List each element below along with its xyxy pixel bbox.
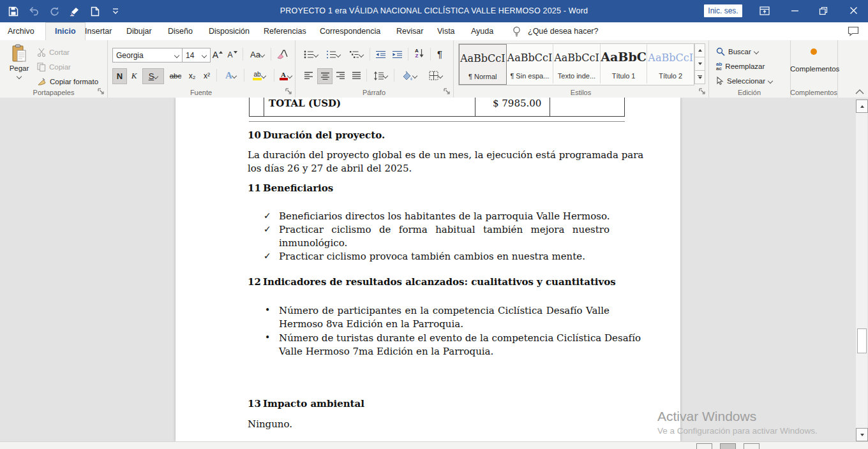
sort-button[interactable]: A Z — [411, 46, 428, 61]
replace-button[interactable]: ab ac Reemplazar — [716, 61, 765, 72]
scrollbar-thumb[interactable] — [857, 328, 867, 353]
heading-number: 11 — [248, 182, 263, 194]
justify-button[interactable] — [349, 68, 363, 83]
table-border — [249, 98, 250, 116]
document-canvas[interactable]: TOTAL (USD) $ 7985.00 10Duración del pro… — [0, 98, 868, 441]
tab-referencias[interactable]: Referencias — [264, 22, 306, 40]
sign-in-button[interactable]: Inic. ses. — [704, 4, 742, 17]
paste-dropdown-icon[interactable] — [17, 74, 22, 79]
highlight-button[interactable]: ab — [246, 68, 272, 83]
font-color-button[interactable]: A — [276, 68, 295, 83]
select-button[interactable]: Seleccionar — [716, 75, 772, 87]
italic-button[interactable]: K — [128, 68, 140, 83]
font-size-dropdown-icon[interactable] — [202, 52, 207, 57]
tab-revisar[interactable]: Revisar — [396, 22, 423, 40]
tell-me-box[interactable]: ¿Qué desea hacer? — [528, 22, 599, 40]
table-border — [475, 98, 475, 116]
tab-vista[interactable]: Vista — [437, 22, 455, 40]
increase-indent-button[interactable] — [389, 47, 405, 62]
bold-button[interactable]: N — [112, 68, 127, 84]
tab-correspondencia[interactable]: Correspondencia — [320, 22, 380, 40]
line-spacing-button[interactable] — [370, 68, 391, 83]
minimize-icon[interactable] — [784, 0, 805, 21]
tab-insertar[interactable]: Insertar — [85, 22, 112, 40]
align-center-button[interactable] — [317, 68, 333, 84]
borders-dropdown-icon[interactable] — [437, 73, 442, 78]
styles-more-button[interactable] — [694, 71, 705, 84]
shading-dropdown-icon[interactable] — [412, 73, 417, 78]
subscript-button[interactable]: x₂ — [185, 68, 199, 83]
tab-archivo[interactable]: Archivo — [8, 22, 34, 40]
table-border — [550, 98, 550, 116]
text-effects-button[interactable]: A — [220, 68, 241, 83]
show-formatting-button[interactable]: ¶ — [433, 47, 447, 61]
pilcrow-icon: ¶ — [437, 48, 442, 59]
font-size-combo[interactable]: 14 — [182, 48, 211, 63]
tab-disposicion[interactable]: Disposición — [209, 22, 250, 40]
styles-scroll-down-button[interactable] — [694, 57, 705, 71]
lightbulb-icon — [512, 26, 521, 37]
style-no-spacing[interactable]: AaBbCcI ¶ Sin espa... — [507, 44, 554, 84]
style-indent-text[interactable]: AaBbCcI Texto inde... — [553, 44, 601, 84]
format-painter-button[interactable]: Copiar formato — [37, 76, 98, 87]
align-right-button[interactable] — [333, 68, 347, 83]
scroll-down-button[interactable] — [856, 428, 868, 441]
line-spacing-dropdown-icon[interactable] — [382, 73, 387, 78]
read-mode-view-button[interactable] — [696, 443, 712, 449]
superscript-button[interactable]: x² — [200, 68, 214, 83]
borders-button[interactable] — [423, 68, 447, 83]
table-border — [249, 116, 625, 117]
ribbon-display-options-icon[interactable] — [754, 0, 775, 21]
table-border — [624, 98, 625, 116]
paste-button[interactable]: Pegar — [5, 43, 33, 86]
underline-button[interactable]: S — [142, 68, 164, 84]
numbered-list-button[interactable] — [324, 47, 343, 62]
multilevel-list-dropdown-icon[interactable] — [359, 52, 364, 57]
strikethrough-button[interactable]: abc — [167, 68, 184, 83]
underline-dropdown-icon[interactable] — [153, 73, 158, 78]
shading-button[interactable] — [397, 68, 421, 83]
change-case-button[interactable]: Aa — [246, 47, 268, 62]
vertical-scrollbar[interactable] — [856, 99, 867, 441]
style-heading1[interactable]: AaBbC Título 1 — [601, 44, 648, 84]
tab-diseno[interactable]: Diseño — [168, 22, 193, 40]
grow-font-button[interactable]: A — [211, 47, 225, 62]
font-dialog-launcher-icon[interactable] — [285, 88, 293, 96]
replace-icon: ab ac — [716, 62, 722, 71]
close-icon[interactable] — [842, 0, 864, 21]
highlight-dropdown-icon[interactable] — [261, 73, 266, 78]
style-heading2[interactable]: AaBbCcI Título 2 — [647, 44, 694, 84]
tab-ayuda[interactable]: Ayuda — [471, 22, 493, 40]
shrink-font-label: A — [227, 50, 232, 59]
select-dropdown-icon[interactable] — [768, 78, 773, 84]
multilevel-list-button[interactable] — [346, 47, 366, 62]
clear-formatting-button[interactable] — [274, 47, 291, 61]
clipboard-dialog-launcher-icon[interactable] — [98, 88, 105, 96]
tab-inicio[interactable]: Inicio — [45, 22, 86, 41]
paragraph-dialog-launcher-icon[interactable] — [444, 88, 451, 96]
styles-scroll-up-button[interactable] — [694, 43, 705, 57]
decrease-indent-button[interactable] — [373, 47, 388, 62]
heading-11: 11Beneficiarios — [248, 182, 333, 194]
collapse-ribbon-icon[interactable] — [855, 89, 865, 96]
addins-button[interactable]: Complementos — [790, 44, 837, 73]
print-layout-view-button[interactable] — [720, 443, 736, 449]
comment-icon[interactable] — [848, 26, 859, 36]
tab-dibujar[interactable]: Dibujar — [126, 22, 152, 40]
web-layout-view-button[interactable] — [744, 443, 760, 449]
restore-icon[interactable] — [812, 0, 834, 21]
font-name-dropdown-icon[interactable] — [174, 52, 179, 57]
align-left-button[interactable] — [301, 68, 315, 83]
font-name-combo[interactable]: Georgia — [112, 48, 183, 63]
shrink-font-button[interactable]: A — [226, 47, 239, 62]
styles-dialog-launcher-icon[interactable] — [699, 88, 707, 96]
find-dropdown-icon[interactable] — [754, 49, 759, 54]
scroll-up-button[interactable] — [856, 99, 868, 113]
font-color-dropdown-icon[interactable] — [287, 73, 292, 78]
style-normal[interactable]: AaBbCcI ¶ Normal — [459, 44, 507, 85]
find-button[interactable]: Buscar — [716, 46, 758, 57]
table-cell-amount: $ 7985.00 — [493, 98, 541, 109]
bullet-list-dropdown-icon[interactable] — [313, 52, 318, 57]
numbered-list-dropdown-icon[interactable] — [336, 52, 341, 57]
bullet-list-button[interactable] — [301, 47, 320, 62]
